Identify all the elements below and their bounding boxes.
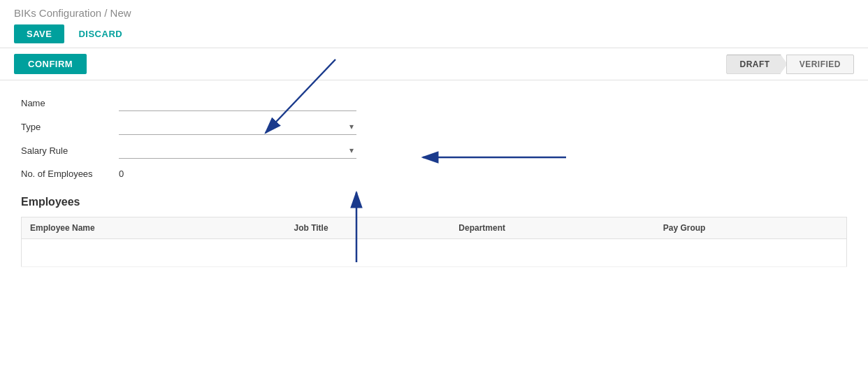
name-row: Name	[21, 94, 847, 111]
employees-table-head: Employee Name Job Title Department Pay G…	[22, 217, 847, 239]
form-with-arrows: Name Type Salary Rule	[21, 94, 847, 182]
breadcrumb: BIKs Configuration / New	[14, 7, 854, 19]
breadcrumb-separator: /	[104, 7, 107, 19]
top-actions: SAVE DISCARD	[14, 24, 854, 43]
save-button[interactable]: SAVE	[14, 24, 64, 43]
no-of-employees-row: No. of Employees 0	[21, 166, 847, 182]
breadcrumb-current: New	[110, 7, 131, 19]
main-content: Name Type Salary Rule	[0, 80, 868, 281]
status-buttons: DRAFT VERIFIED	[726, 55, 854, 74]
confirm-button[interactable]: CONFIRM	[14, 54, 87, 74]
type-select[interactable]	[119, 118, 356, 135]
col-job-title: Job Title	[286, 217, 451, 239]
empty-row	[22, 239, 847, 267]
type-label: Type	[21, 122, 119, 132]
type-select-wrapper	[119, 118, 356, 135]
salary-rule-select-wrapper	[119, 142, 356, 159]
col-pay-group: Pay Group	[655, 217, 847, 239]
name-label: Name	[21, 98, 119, 108]
breadcrumb-parent[interactable]: BIKs Configuration	[14, 7, 101, 19]
col-employee-name: Employee Name	[22, 217, 286, 239]
form-section: Name Type Salary Rule	[21, 94, 847, 182]
employees-table-header-row: Employee Name Job Title Department Pay G…	[22, 217, 847, 239]
type-row: Type	[21, 118, 847, 135]
employees-table: Employee Name Job Title Department Pay G…	[21, 217, 847, 267]
name-input[interactable]	[119, 94, 356, 111]
salary-rule-row: Salary Rule	[21, 142, 847, 159]
discard-button[interactable]: DISCARD	[71, 24, 129, 43]
status-verified-button[interactable]: VERIFIED	[786, 55, 854, 74]
salary-rule-label: Salary Rule	[21, 145, 119, 156]
col-department: Department	[450, 217, 654, 239]
employees-section-title: Employees	[21, 196, 847, 208]
status-draft-button[interactable]: DRAFT	[726, 55, 787, 74]
top-bar: BIKs Configuration / New SAVE DISCARD	[0, 0, 868, 48]
employees-section: Employees Employee Name Job Title Depart…	[21, 196, 847, 267]
confirm-bar: CONFIRM DRAFT VERIFIED	[0, 48, 868, 80]
no-of-employees-value: 0	[119, 166, 124, 182]
salary-rule-select[interactable]	[119, 142, 356, 159]
employees-table-body	[22, 239, 847, 267]
no-of-employees-label: No. of Employees	[21, 169, 119, 179]
